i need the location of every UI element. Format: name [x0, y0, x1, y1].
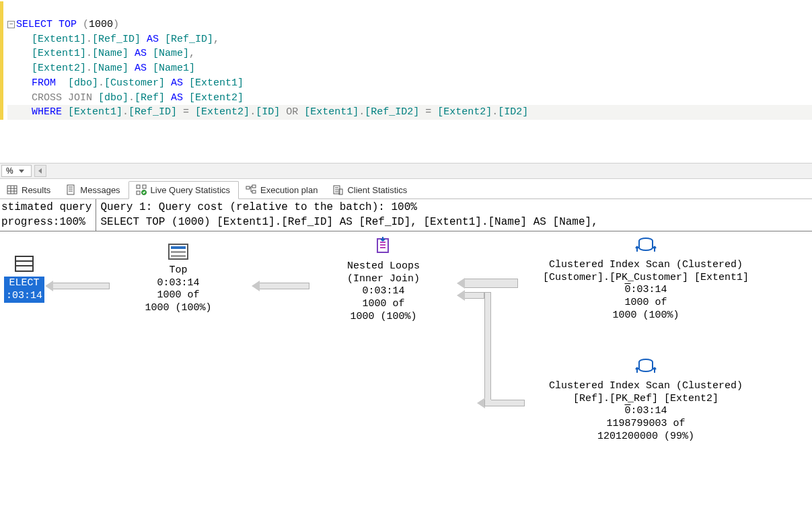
plan-connector: [52, 283, 110, 289]
table-icon: [15, 256, 34, 272]
paren: (: [83, 19, 89, 30]
node-object: [Ref].[PK_Ref] [Extent2]: [531, 393, 760, 406]
node-time: 0:03:14: [531, 405, 760, 418]
progress-label-line2: progress:100%: [1, 215, 91, 230]
plan-connector: [484, 292, 491, 406]
triangle-left-icon: [38, 168, 42, 174]
node-time: 0:03:14: [531, 284, 760, 297]
index-scan-icon: [635, 358, 657, 380]
splitter-bar[interactable]: %: [0, 163, 812, 179]
plan-node-index-scan-customer[interactable]: Clustered Index Scan (Clustered) [Custom…: [531, 237, 760, 322]
document-icon: [65, 184, 76, 195]
node-title: Nested Loops: [316, 260, 451, 273]
live-stats-icon: [136, 184, 147, 195]
code-line: WHERE [Extent1].[Ref_ID] = [Extent2].[ID…: [7, 105, 812, 120]
node-title: Clustered Index Scan (Clustered): [531, 380, 760, 393]
node-rows-total: 1000 (100%): [531, 310, 760, 322]
node-title: Top: [121, 264, 235, 277]
tab-label: Results: [22, 185, 50, 195]
svg-rect-14: [252, 185, 256, 188]
node-rows: 1000 of: [316, 298, 451, 311]
paren: ): [113, 19, 119, 30]
plan-icon: [246, 184, 256, 195]
tab-execution-plan[interactable]: Execution plan: [239, 182, 326, 198]
change-indicator: [0, 1, 3, 120]
tab-label: Execution plan: [260, 185, 318, 195]
svg-rect-13: [246, 186, 250, 189]
node-time: :03:14: [6, 290, 42, 303]
nested-loops-icon: [373, 237, 394, 260]
outline-toggle[interactable]: −: [7, 21, 15, 28]
svg-rect-15: [252, 190, 256, 193]
client-stats-icon: [332, 184, 343, 195]
plan-connector-corner: [484, 400, 491, 406]
tab-messages[interactable]: Messages: [59, 182, 128, 198]
node-rows: 1000 of: [531, 297, 760, 310]
zoom-value: %: [6, 166, 13, 176]
svg-rect-9: [137, 185, 140, 188]
svg-rect-10: [143, 185, 146, 188]
kw-top: TOP: [52, 19, 83, 30]
node-rows: 1000 of: [121, 289, 235, 302]
tab-label: Live Query Statistics: [151, 185, 231, 195]
literal-number: 1000: [89, 19, 113, 30]
tab-results[interactable]: Results: [0, 182, 59, 198]
plan-node-select[interactable]: ELECT :03:14: [0, 256, 48, 303]
results-tabs: Results Messages Live Query Statistics E…: [0, 179, 812, 199]
svg-rect-5: [67, 185, 74, 194]
query-cost-line: Query 1: Query cost (relative to the bat…: [100, 201, 808, 215]
plan-header: stimated query progress:100% Query 1: Qu…: [0, 199, 812, 231]
plan-connector: [464, 279, 518, 288]
node-title: Clustered Index Scan (Clustered): [531, 259, 760, 272]
progress-label-line1: stimated query: [1, 201, 91, 215]
node-rows-total: 1000 (100%): [121, 302, 235, 315]
tab-client-statistics[interactable]: Client Statistics: [326, 182, 415, 198]
grid-icon: [7, 184, 17, 195]
node-title: ELECT: [6, 277, 42, 290]
plan-node-index-scan-ref[interactable]: Clustered Index Scan (Clustered) [Ref].[…: [531, 358, 760, 443]
node-subtitle: (Inner Join): [316, 273, 451, 286]
index-scan-icon: [635, 237, 657, 259]
node-time: 0:03:14: [316, 285, 451, 298]
sql-editor[interactable]: −SELECT TOP (1000) [Extent1].[Ref_ID] AS…: [0, 0, 812, 122]
plan-node-nested-loops[interactable]: Nested Loops (Inner Join) 0:03:14 1000 o…: [316, 237, 451, 324]
code-line: [Extent2].[Name] AS [Name1]: [7, 63, 195, 74]
code-line: FROM [dbo].[Customer] AS [Extent1]: [7, 77, 244, 89]
plan-connector: [464, 292, 484, 299]
node-object: [Customer].[PK_Customer] [Extent1]: [531, 272, 760, 285]
code-line: [Extent1].[Name] AS [Name],: [7, 48, 195, 59]
query-text-line: SELECT TOP (1000) [Extent1].[Ref_ID] AS …: [100, 215, 808, 230]
kw-select: SELECT: [16, 19, 52, 30]
top-icon: [168, 244, 188, 260]
tab-label: Messages: [80, 185, 120, 195]
node-rows-total: 1201200000 (99%): [531, 431, 760, 443]
svg-rect-0: [7, 186, 17, 194]
plan-connector: [259, 283, 309, 289]
chevron-down-icon: [19, 170, 24, 173]
node-rows: 1198799003 of: [531, 418, 760, 431]
zoom-dropdown[interactable]: %: [1, 165, 32, 177]
scroll-left-button[interactable]: [34, 165, 46, 177]
plan-node-top[interactable]: Top 0:03:14 1000 of 1000 (100%): [121, 244, 235, 315]
node-time: 0:03:14: [121, 277, 235, 290]
node-rows-total: 1000 (100%): [316, 311, 451, 324]
tab-live-query-statistics[interactable]: Live Query Statistics: [128, 181, 239, 199]
svg-rect-11: [137, 191, 140, 194]
code-line: [Extent1].[Ref_ID] AS [Ref_ID],: [7, 34, 219, 45]
code-line: CROSS JOIN [dbo].[Ref] AS [Extent2]: [7, 92, 244, 104]
tab-label: Client Statistics: [347, 185, 407, 195]
execution-plan-canvas[interactable]: ELECT :03:14 Top 0:03:14 1000 of 1000 (1…: [0, 231, 812, 460]
